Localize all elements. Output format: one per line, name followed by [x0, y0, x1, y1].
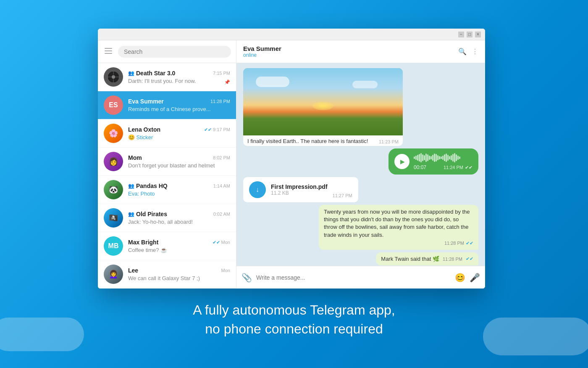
voice-check: ✔✔: [465, 165, 472, 170]
chat-item-pandas[interactable]: 🐼 👥 Pandas HQ 1:14 AM Eva: Photo: [98, 176, 236, 204]
chat-preview: Darth: I'll trust you. For now.: [128, 78, 230, 84]
wave-bar: [414, 156, 415, 159]
chat-header-name: Eva Summer: [243, 45, 458, 52]
voice-duration: 00:07: [414, 164, 426, 170]
chat-item-pirates[interactable]: 🏴‍☠️ 👥 Old Pirates 0:02 AM Jack: Yo-ho-h…: [98, 204, 236, 232]
photo-caption: I finally visited Earth.. The nature her…: [243, 135, 403, 146]
hamburger-button[interactable]: [103, 46, 114, 57]
minimize-button[interactable]: −: [458, 32, 464, 37]
chat-info-lena: Lena Oxton ✔✔ 9:17 PM 😊 Sticker: [128, 126, 230, 140]
wave-bar: [449, 156, 450, 159]
avatar-pirates: 🏴‍☠️: [104, 208, 123, 228]
short-message-time: 11:28 PM: [443, 257, 462, 262]
chat-name-row-mom: Mom 8:02 PM: [128, 154, 230, 161]
maximize-button[interactable]: □: [467, 32, 472, 37]
wave-bar: [457, 156, 459, 160]
wave-bar: [447, 155, 449, 161]
chat-info-eva-summer: Eva Summer 11:28 PM Reminds me of a Chin…: [128, 98, 230, 112]
chat-time-lee: Mon: [221, 268, 230, 273]
chat-info-pirates: 👥 Old Pirates 0:02 AM Jack: Yo-ho-ho, al…: [128, 211, 230, 225]
chat-name-row-max: Max Bright ✔✔ Mon: [128, 239, 230, 246]
wave-bar: [456, 154, 457, 161]
voice-content: 00:07 11:24 PM ✔✔: [414, 153, 472, 170]
chat-time-lena: ✔✔ 9:17 PM: [204, 127, 230, 132]
wave-bar: [425, 154, 427, 162]
chat-item-mom[interactable]: 👩 Mom 8:02 PM Don't forget your blaster …: [98, 148, 236, 176]
chat-time-mom: 8:02 PM: [213, 155, 230, 160]
chat-info-mom: Mom 8:02 PM Don't forget your blaster an…: [128, 154, 230, 169]
wave-bar: [432, 155, 433, 161]
wave-bar: [437, 155, 438, 160]
chat-item-max[interactable]: MB Max Bright ✔✔ Mon Coffee time? ☕: [98, 232, 236, 260]
wave-bar: [419, 154, 420, 161]
chat-list: 👥 Death Star 3.0 7:15 PM Darth: I'll tru…: [98, 63, 236, 289]
message-input-area: 📎 😊 🎤: [236, 266, 485, 289]
chat-item-death-star[interactable]: 👥 Death Star 3.0 7:15 PM Darth: I'll tru…: [98, 63, 236, 91]
chat-preview-eva: Reminds me of a Chinese prove...: [128, 106, 230, 112]
photo-content: [243, 68, 403, 135]
play-icon: ▶: [400, 158, 405, 165]
voice-time: 11:24 PM: [444, 165, 463, 170]
sidebar: 👥 Death Star 3.0 7:15 PM Darth: I'll tru…: [98, 40, 236, 289]
emoji-button[interactable]: 😊: [455, 273, 465, 283]
avatar-pandas: 🐼: [104, 180, 123, 199]
chat-name-row-lena: Lena Oxton ✔✔ 9:17 PM: [128, 126, 230, 133]
chat-name-mom: Mom: [128, 154, 142, 161]
avatar-lena: 🌸: [104, 124, 123, 143]
wave-bar: [436, 154, 437, 161]
chat-name-lee: Lee: [128, 267, 138, 274]
play-button[interactable]: ▶: [394, 154, 410, 169]
message-input[interactable]: [256, 274, 451, 281]
wave-bar: [415, 156, 417, 160]
search-chat-button[interactable]: 🔍: [458, 48, 467, 56]
wave-bar: [424, 155, 425, 160]
group-icon: 👥: [128, 70, 134, 76]
chat-item-lee[interactable]: 👩‍🦱 Lee Mon We can call it Galaxy Star 7…: [98, 260, 236, 289]
wave-bar: [420, 153, 422, 162]
file-download-button[interactable]: ↓: [249, 181, 266, 198]
chat-info-death-star: 👥 Death Star 3.0 7:15 PM Darth: I'll tru…: [128, 70, 230, 84]
photo-time: 11:23 PM: [379, 139, 399, 144]
chat-name-eva: Eva Summer: [128, 98, 164, 105]
message-time: 11:28 PM: [444, 240, 464, 246]
sidebar-header: [98, 40, 236, 63]
chat-name-pirates: 👥 Old Pirates: [128, 211, 167, 217]
chat-preview-pandas: Eva: Photo: [128, 191, 230, 197]
message-text-long: Twenty years from now you will be more d…: [319, 205, 478, 250]
chat-name-max: Max Bright: [128, 239, 158, 246]
message-text-content: Twenty years from now you will be more d…: [324, 209, 470, 238]
wave-bar: [444, 154, 445, 161]
message-voice: ▶: [388, 148, 478, 175]
wave-bar: [451, 155, 452, 160]
close-button[interactable]: ×: [475, 32, 481, 37]
chat-item-eva-summer[interactable]: ES Eva Summer 11:28 PM Reminds me of a C…: [98, 91, 236, 119]
avatar-max: MB: [104, 236, 123, 256]
read-check: ✔✔: [466, 240, 473, 246]
wave-bar: [427, 154, 428, 161]
pin-icon: 📌: [224, 79, 230, 85]
chat-name-pandas: 👥 Pandas HQ: [128, 183, 168, 189]
chat-item-lena[interactable]: 🌸 Lena Oxton ✔✔ 9:17 PM 😊 Sticker: [98, 119, 236, 148]
download-icon: ↓: [256, 186, 259, 193]
wave-bar: [459, 156, 460, 159]
wave-bar: [454, 153, 455, 162]
chat-preview-max: Coffee time? ☕: [128, 247, 230, 253]
wave-bar: [441, 156, 442, 159]
chat-preview-lena: 😊 Sticker: [128, 134, 230, 140]
short-read-check: ✔✔: [466, 256, 473, 262]
attach-button[interactable]: 📎: [242, 273, 252, 283]
app-window: − □ ×: [98, 29, 485, 289]
chat-name-row-eva: Eva Summer 11:28 PM: [128, 98, 230, 105]
avatar-lee: 👩‍🦱: [104, 265, 123, 284]
chat-header-actions: 🔍 ⋮: [458, 48, 478, 56]
chat-time-pirates: 0:02 AM: [213, 212, 230, 217]
chat-header: Eva Summer online 🔍 ⋮: [236, 40, 485, 63]
microphone-button[interactable]: 🎤: [470, 273, 480, 283]
search-input[interactable]: [118, 46, 231, 58]
more-options-button[interactable]: ⋮: [472, 48, 478, 56]
wave-bar: [430, 156, 432, 159]
wave-bar: [439, 156, 440, 159]
avatar-mom: 👩: [104, 152, 123, 171]
wave-bar: [417, 155, 418, 161]
wave-bar: [422, 154, 423, 161]
